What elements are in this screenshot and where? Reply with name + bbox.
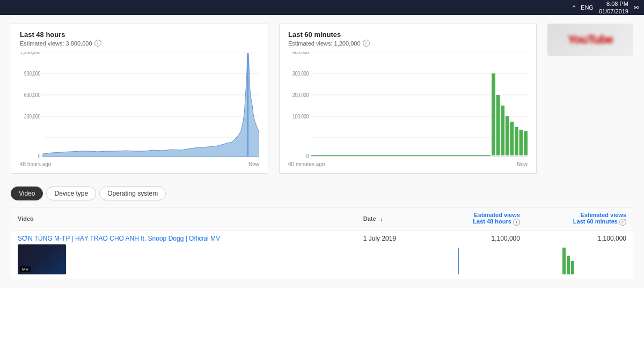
notification-icon[interactable]: ✉: [634, 4, 639, 11]
col-header-video: Video: [11, 207, 357, 230]
svg-text:900,000: 900,000: [24, 71, 41, 77]
svg-rect-34: [562, 248, 566, 274]
svg-rect-36: [571, 261, 574, 274]
table-header-row: Video Date ↓ Estimated views Last 48 hou…: [11, 207, 633, 230]
clock-time: 8:08 PM: [599, 0, 628, 8]
tabs-row: Video Device type Operating system: [11, 187, 633, 200]
svg-text:100,000: 100,000: [292, 114, 309, 120]
video-title-link[interactable]: SƠN TÙNG M-TP | HÃY TRAO CHO ANH ft. Sno…: [18, 235, 220, 242]
svg-marker-11: [43, 53, 259, 156]
svg-rect-27: [501, 106, 504, 155]
svg-text:1,200,000: 1,200,000: [20, 52, 41, 55]
chart-subtitle-48h: Estimated views: 3,800,000 i: [20, 40, 259, 47]
cell-video: SƠN TÙNG M-TP | HÃY TRAO CHO ANH ft. Sno…: [11, 230, 357, 279]
info-icon-60m[interactable]: i: [363, 40, 370, 47]
col-header-views-48h: Estimated views Last 48 hours i: [430, 207, 526, 230]
svg-text:300,000: 300,000: [292, 71, 309, 77]
svg-text:300,000: 300,000: [24, 114, 41, 120]
video-thumbnail: MV: [18, 244, 66, 274]
svg-rect-26: [496, 95, 500, 155]
tab-device-type[interactable]: Device type: [46, 187, 96, 200]
x-start-60m: 60 minutes ago: [288, 161, 325, 167]
svg-rect-30: [515, 127, 518, 155]
data-table: Video Date ↓ Estimated views Last 48 hou…: [11, 207, 633, 279]
video-badge: MV: [20, 266, 31, 272]
col-header-views-60m: Estimated views Last 60 minutes i: [526, 207, 633, 230]
main-content: Last 48 hours Estimated views: 3,800,000…: [0, 15, 644, 288]
svg-rect-29: [510, 122, 514, 155]
svg-rect-35: [567, 256, 570, 274]
info-icon-col-48h[interactable]: i: [513, 219, 520, 226]
cell-views-60m: 1,100,000: [526, 230, 633, 279]
cell-views-48h: 1,100,000: [430, 230, 526, 279]
taskbar-time: 8:08 PM 01/07/2019: [599, 0, 628, 15]
svg-rect-31: [519, 130, 523, 155]
table-row: SƠN TÙNG M-TP | HÃY TRAO CHO ANH ft. Sno…: [11, 230, 633, 279]
info-icon-48h[interactable]: i: [94, 40, 101, 47]
info-icon-col-60m[interactable]: i: [619, 219, 626, 226]
sys-tray-icon: ^: [573, 4, 575, 11]
tab-operating-system[interactable]: Operating system: [99, 187, 166, 200]
svg-rect-25: [492, 73, 495, 155]
sort-icon-date: ↓: [380, 215, 383, 222]
svg-text:400,000: 400,000: [292, 52, 309, 55]
taskbar: ^ ENG 8:08 PM 01/07/2019 ✉: [0, 0, 644, 15]
logo-area: YouTube: [547, 24, 633, 56]
chart-axis-60m: 60 minutes ago Now: [288, 161, 528, 167]
svg-text:0: 0: [38, 153, 41, 159]
svg-rect-12: [247, 53, 248, 156]
x-end-60m: Now: [517, 161, 528, 167]
sparkline-60m: [533, 244, 626, 274]
svg-rect-32: [524, 131, 528, 155]
chart-svg-48h: 1,200,000 900,000 600,000 300,000 0: [20, 52, 259, 159]
chart-svg-60m: 400,000 300,000 200,000 100,000 0: [288, 52, 528, 159]
chart-panel-48h: Last 48 hours Estimated views: 3,800,000…: [11, 24, 268, 174]
chart-panel-60m: Last 60 minutes Estimated views: 1,200,0…: [279, 24, 537, 174]
sparkline-48h: [437, 244, 520, 274]
x-start-48h: 48 hours ago: [20, 161, 51, 167]
svg-text:200,000: 200,000: [292, 92, 309, 98]
svg-rect-28: [506, 116, 509, 155]
logo-image: YouTube: [568, 33, 613, 47]
col-header-date[interactable]: Date ↓: [357, 207, 430, 230]
thumbnail-image: MV: [18, 244, 66, 274]
chart-subtitle-60m: Estimated views: 1,200,000 i: [288, 40, 528, 47]
tab-video[interactable]: Video: [11, 187, 43, 200]
taskbar-right: ^ ENG 8:08 PM 01/07/2019 ✉: [573, 0, 639, 15]
language-indicator: ENG: [581, 4, 594, 11]
cell-date: 1 July 2019: [357, 230, 430, 279]
chart-axis-48h: 48 hours ago Now: [20, 161, 259, 167]
svg-text:0: 0: [306, 153, 309, 159]
chart-title-60m: Last 60 minutes: [288, 31, 528, 39]
svg-text:600,000: 600,000: [24, 92, 41, 98]
chart-title-48h: Last 48 hours: [20, 31, 259, 39]
clock-date: 01/07/2019: [599, 8, 628, 15]
charts-row: Last 48 hours Estimated views: 3,800,000…: [11, 24, 633, 174]
x-end-48h: Now: [248, 161, 259, 167]
